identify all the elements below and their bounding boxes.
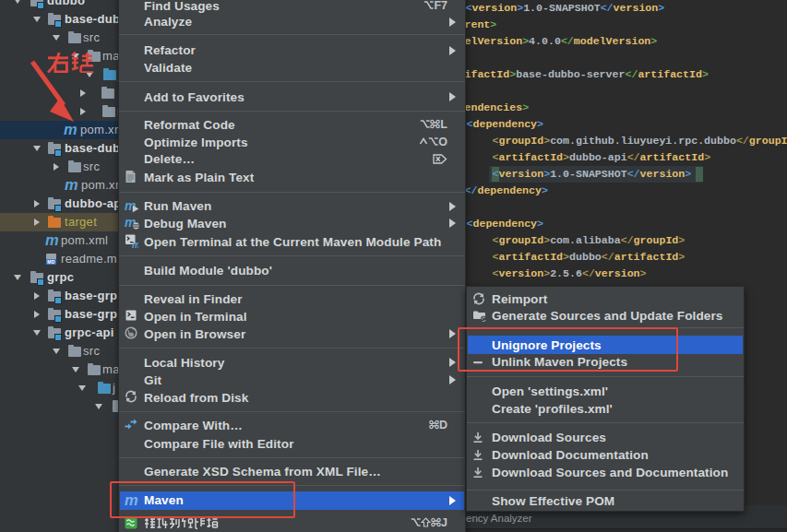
svg-text:m: m xyxy=(132,240,138,249)
